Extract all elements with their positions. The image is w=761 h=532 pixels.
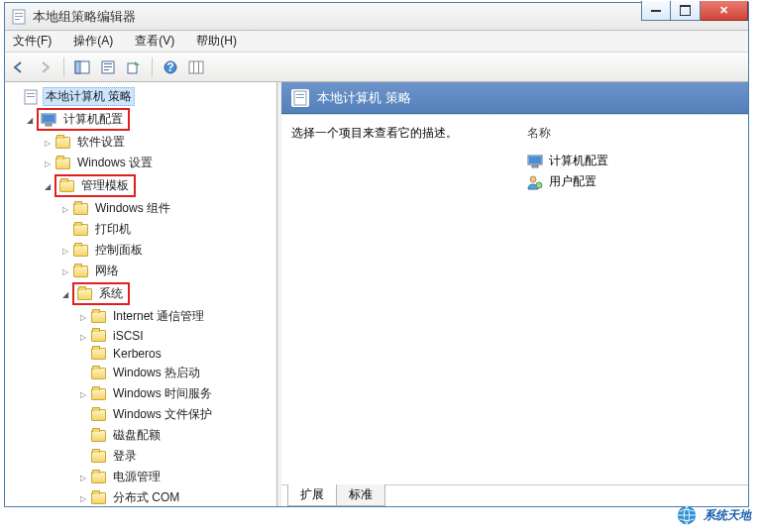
folder-icon <box>90 471 106 484</box>
folder-icon <box>90 408 106 422</box>
twisty-icon[interactable] <box>58 203 72 214</box>
tree-label: 控制面板 <box>92 241 146 260</box>
tree-label: Windows 热启动 <box>110 364 203 382</box>
tree-label: 管理模板 <box>78 176 132 195</box>
tree-pane[interactable]: 本地计算机 策略 计算机配置 软件设置 Windows 设置 <box>5 82 277 506</box>
tree-label: Windows 设置 <box>74 154 156 172</box>
twisty-icon[interactable] <box>41 158 54 168</box>
tree-label: 系统 <box>96 284 126 303</box>
folder-icon <box>72 202 88 216</box>
list-item-computer-config[interactable]: 计算机配置 <box>527 151 743 171</box>
titlebar: 本地组策略编辑器 <box>5 3 748 31</box>
twisty-icon[interactable] <box>58 288 72 299</box>
svg-rect-14 <box>193 61 194 73</box>
twisty-icon[interactable] <box>76 331 90 342</box>
svg-rect-20 <box>43 115 54 122</box>
export-button[interactable] <box>123 56 145 78</box>
twisty-icon[interactable] <box>76 472 90 482</box>
highlight: 管理模板 <box>54 174 136 197</box>
svg-rect-7 <box>104 63 112 64</box>
svg-rect-5 <box>75 61 80 73</box>
twisty-icon[interactable] <box>76 388 90 399</box>
svg-rect-26 <box>529 157 541 163</box>
svg-text:?: ? <box>166 60 173 74</box>
tree-dcom[interactable]: 分布式 COM <box>7 487 274 506</box>
tree-label: iSCSI <box>110 328 147 344</box>
twisty-icon[interactable] <box>41 137 54 148</box>
tree-label: 本地计算机 策略 <box>43 87 135 106</box>
folder-icon <box>90 429 106 443</box>
tree-root[interactable]: 本地计算机 策略 <box>7 86 274 107</box>
tree-hot-start[interactable]: Windows 热启动 <box>7 363 274 383</box>
menu-action[interactable]: 操作(A) <box>69 31 117 52</box>
tree-admin-templates[interactable]: 管理模板 <box>7 173 274 198</box>
twisty-icon[interactable] <box>76 311 90 322</box>
svg-rect-23 <box>296 94 304 95</box>
right-header-title: 本地计算机 策略 <box>317 89 411 107</box>
tree-label: 电源管理 <box>110 468 163 486</box>
tree-disk-quota[interactable]: 磁盘配额 <box>7 425 274 446</box>
tree-label: Windows 组件 <box>92 199 173 218</box>
tree-win-time[interactable]: Windows 时间服务 <box>7 383 274 404</box>
help-button[interactable]: ? <box>160 56 181 78</box>
tree-label: 磁盘配额 <box>110 426 163 445</box>
filter-button[interactable] <box>185 56 207 78</box>
folder-icon <box>90 329 106 343</box>
tree-printers[interactable]: 打印机 <box>7 219 274 240</box>
tree-kerberos[interactable]: Kerberos <box>7 345 274 363</box>
window-title: 本地组策略编辑器 <box>33 8 742 26</box>
tab-extended[interactable]: 扩展 <box>287 484 337 506</box>
minimize-button[interactable] <box>641 1 671 21</box>
folder-icon <box>72 244 88 258</box>
watermark-text: 系统天地 <box>704 507 751 524</box>
list-item-user-config[interactable]: 用户配置 <box>527 171 743 192</box>
menu-help[interactable]: 帮助(H) <box>192 31 241 52</box>
close-button[interactable] <box>701 1 748 21</box>
svg-rect-21 <box>46 124 52 126</box>
twisty-icon[interactable] <box>41 180 54 191</box>
maximize-button[interactable] <box>671 1 701 21</box>
tree-power-mgmt[interactable]: 电源管理 <box>7 467 274 487</box>
tree-iscsi[interactable]: iSCSI <box>7 327 274 345</box>
properties-button[interactable] <box>97 56 119 78</box>
folder-icon <box>54 157 70 170</box>
tree-software-settings[interactable]: 软件设置 <box>7 132 274 153</box>
computer-icon <box>527 155 543 168</box>
menubar: 文件(F) 操作(A) 查看(V) 帮助(H) <box>5 31 748 53</box>
svg-point-30 <box>678 506 696 524</box>
tree-file-protect[interactable]: Windows 文件保护 <box>7 404 274 425</box>
column-header-name[interactable]: 名称 <box>527 125 743 147</box>
menu-file[interactable]: 文件(F) <box>9 31 55 52</box>
window: 本地组策略编辑器 文件(F) 操作(A) 查看(V) 帮助(H) ? 本地计算机… <box>4 2 749 507</box>
twisty-icon[interactable] <box>58 266 72 276</box>
svg-rect-18 <box>27 96 35 97</box>
twisty-icon[interactable] <box>76 492 90 503</box>
tree-network[interactable]: 网络 <box>7 261 274 281</box>
tab-standard[interactable]: 标准 <box>336 484 385 506</box>
folder-icon <box>90 491 106 505</box>
svg-rect-27 <box>532 165 538 167</box>
tree-internet-comm[interactable]: Internet 通信管理 <box>7 306 274 327</box>
tree-login[interactable]: 登录 <box>7 446 274 467</box>
window-buttons <box>641 1 748 21</box>
forward-button[interactable] <box>35 56 56 78</box>
globe-icon <box>676 504 698 526</box>
folder-icon <box>72 223 88 237</box>
body: 本地计算机 策略 计算机配置 软件设置 Windows 设置 <box>5 82 748 506</box>
back-button[interactable] <box>9 56 31 78</box>
tree-label: 软件设置 <box>74 133 128 152</box>
right-column: 名称 计算机配置 用户配置 <box>527 125 743 479</box>
tree-computer-config[interactable]: 计算机配置 <box>7 107 274 132</box>
tree-windows-components[interactable]: Windows 组件 <box>7 198 274 219</box>
show-hide-tree-button[interactable] <box>71 56 93 78</box>
svg-rect-13 <box>189 61 203 73</box>
tree-system[interactable]: 系统 <box>7 281 274 306</box>
twisty-icon[interactable] <box>23 114 37 125</box>
twisty-icon[interactable] <box>58 245 72 256</box>
svg-rect-17 <box>27 93 35 94</box>
folder-icon <box>90 310 106 324</box>
tree-windows-settings[interactable]: Windows 设置 <box>7 153 274 173</box>
tree-control-panel[interactable]: 控制面板 <box>7 240 274 261</box>
folder-icon <box>58 179 74 193</box>
menu-view[interactable]: 查看(V) <box>131 31 178 52</box>
